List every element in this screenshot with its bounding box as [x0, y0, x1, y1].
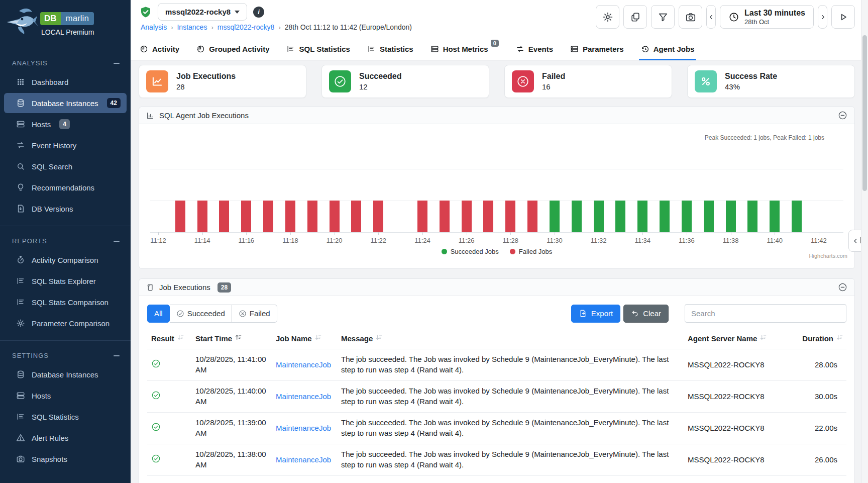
instances-count-badge: 42: [107, 98, 121, 108]
gear-icon: [602, 12, 613, 23]
table-row[interactable]: 10/28/2025, 11:38:00 AM MaintenanceJob T…: [147, 444, 846, 475]
col-job-name[interactable]: Job Name: [272, 330, 337, 349]
breadcrumb-instance-name[interactable]: mssql2022-rocky8: [218, 23, 275, 31]
stopwatch-icon: [16, 255, 25, 264]
scrollbar-thumb[interactable]: [862, 35, 867, 191]
sidebar-item-snapshots[interactable]: Snapshots: [4, 449, 127, 469]
message-cell: The job succeeded. The Job was invoked b…: [337, 350, 684, 379]
table-row[interactable]: 10/28/2025, 11:40:00 AM MaintenanceJob T…: [147, 380, 846, 412]
x-axis-tick: [819, 232, 819, 235]
time-range-selector[interactable]: Last 30 minutes 28th Oct: [720, 5, 814, 29]
server-icon: [430, 45, 439, 53]
vertical-scrollbar[interactable]: [861, 0, 868, 483]
play-refresh-button[interactable]: [831, 5, 855, 29]
collapse-section-icon[interactable]: [114, 63, 120, 64]
filter-all-button[interactable]: All: [147, 305, 170, 323]
filter-failed-button[interactable]: Failed: [232, 305, 277, 323]
sidebar-item-sql-stats-comparison[interactable]: SQL Stats Comparison: [4, 292, 127, 312]
filter-succeeded-button[interactable]: Succeeded: [170, 305, 232, 323]
chevron-down-icon: [235, 11, 240, 14]
chart-bar-failed-jobs: [219, 201, 229, 232]
time-forward-button[interactable]: [818, 5, 827, 29]
result-filter-group: All Succeeded Failed: [147, 305, 277, 323]
tab-events[interactable]: Events: [516, 38, 553, 60]
col-result[interactable]: Result: [147, 330, 191, 349]
sidebar-item-recommendations[interactable]: Recommendations: [4, 177, 127, 198]
x-axis-tick: [599, 232, 599, 235]
breadcrumb-analysis[interactable]: Analysis: [141, 23, 167, 31]
database-icon: [16, 370, 25, 379]
sidebar-item-settings-database-instances[interactable]: Database Instances: [4, 364, 127, 384]
time-back-button[interactable]: [706, 5, 716, 29]
legend-item-succeeded-jobs[interactable]: Succeeded Jobs: [442, 248, 499, 255]
jobs-panel-title: Job Executions: [159, 283, 210, 292]
breadcrumb-instances[interactable]: Instances: [177, 23, 207, 31]
sidebar-item-alert-rules[interactable]: Alert Rules: [4, 428, 127, 448]
job-name-link[interactable]: MaintenanceJob: [276, 455, 331, 464]
chart-panel-title: SQL Agent Job Executions: [159, 111, 249, 120]
collapse-section-icon[interactable]: [114, 355, 120, 356]
chart-bar-failed-jobs: [483, 201, 493, 232]
lightbulb-icon: [16, 183, 25, 192]
legend-dot: [442, 249, 447, 254]
sidebar-item-settings-sql-statistics[interactable]: SQL Statistics: [4, 407, 127, 427]
collapse-sidepanel-button[interactable]: [848, 230, 862, 252]
sidebar-item-settings-hosts[interactable]: Hosts: [4, 385, 127, 406]
legend-item-failed-jobs[interactable]: Failed Jobs: [510, 248, 552, 255]
tab-activity[interactable]: Activity: [140, 38, 179, 60]
col-start-time[interactable]: Start Time: [191, 330, 272, 349]
sidebar-item-sql-stats-explorer[interactable]: SQL Stats Explorer: [4, 271, 127, 291]
table-row[interactable]: 10/28/2025, 11:37:00 AM MaintenanceJob T…: [147, 475, 846, 483]
screenshot-button[interactable]: [679, 5, 702, 29]
sidebar-item-sql-search[interactable]: SQL Search: [4, 156, 127, 176]
gridline: [150, 169, 843, 169]
sidebar-item-parameter-comparison[interactable]: Parameter Comparison: [4, 313, 127, 333]
sidebar-item-db-versions[interactable]: DB Versions: [4, 199, 127, 219]
search-icon: [16, 162, 25, 171]
col-message[interactable]: Message: [337, 330, 684, 349]
success-icon: [151, 454, 161, 463]
search-input[interactable]: [685, 304, 846, 323]
tab-statistics[interactable]: Statistics: [367, 38, 413, 60]
collapse-section-icon[interactable]: [114, 241, 120, 242]
brand-db: DB: [40, 12, 61, 25]
collapse-panel-icon[interactable]: [838, 282, 847, 292]
sidebar-item-event-history[interactable]: Event History: [4, 135, 127, 155]
sidebar-item-dashboard[interactable]: Dashboard: [4, 72, 127, 92]
tab-host-metrics[interactable]: Host Metrics0: [430, 38, 499, 60]
job-name-link[interactable]: MaintenanceJob: [276, 392, 331, 401]
settings-button[interactable]: [596, 5, 619, 29]
copy-button[interactable]: [623, 5, 647, 29]
tab-agent-jobs[interactable]: Agent Jobs: [641, 38, 695, 60]
x-axis-label: 11:32: [591, 237, 607, 244]
chart-bar-succeeded-jobs: [747, 201, 757, 232]
info-icon[interactable]: i: [253, 7, 264, 18]
x-axis-tick: [422, 232, 423, 235]
tab-grouped-activity[interactable]: Grouped Activity: [196, 38, 269, 60]
col-duration[interactable]: Duration: [784, 330, 847, 349]
sidebar-item-database-instances[interactable]: Database Instances 42: [4, 93, 127, 113]
table-row[interactable]: 10/28/2025, 11:41:00 AM MaintenanceJob T…: [147, 349, 846, 380]
server-icon: [16, 120, 25, 129]
sort-icon: [375, 334, 383, 343]
x-axis-tick: [202, 232, 203, 235]
x-axis-tick: [246, 232, 247, 235]
instance-selector[interactable]: mssql2022-rocky8: [158, 3, 247, 21]
agent-server-cell: MSSQL2022-ROCKY8: [684, 450, 784, 470]
job-name-link[interactable]: MaintenanceJob: [276, 360, 331, 369]
sidebar-item-hosts[interactable]: Hosts 4: [4, 114, 127, 134]
sidebar-item-activity-comparison[interactable]: Activity Comparison: [4, 250, 127, 270]
chart-bar-failed-jobs: [197, 201, 207, 232]
job-name-link[interactable]: MaintenanceJob: [276, 424, 331, 432]
collapse-panel-icon[interactable]: [838, 111, 847, 120]
tab-parameters[interactable]: Parameters: [570, 38, 624, 60]
clear-button[interactable]: Clear: [623, 305, 669, 323]
col-agent-server[interactable]: Agent Server Name: [684, 330, 784, 349]
copy-icon: [630, 12, 641, 23]
table-row[interactable]: 10/28/2025, 11:39:00 AM MaintenanceJob T…: [147, 412, 846, 444]
chart-peak-annotation: Peak Succeeded: 1 jobs, Peak Failed: 1 j…: [705, 134, 824, 141]
export-button[interactable]: Export: [571, 305, 620, 323]
check-circle-icon: [329, 70, 351, 92]
tab-sql-statistics[interactable]: SQL Statistics: [286, 38, 350, 60]
filter-button[interactable]: [651, 5, 675, 29]
